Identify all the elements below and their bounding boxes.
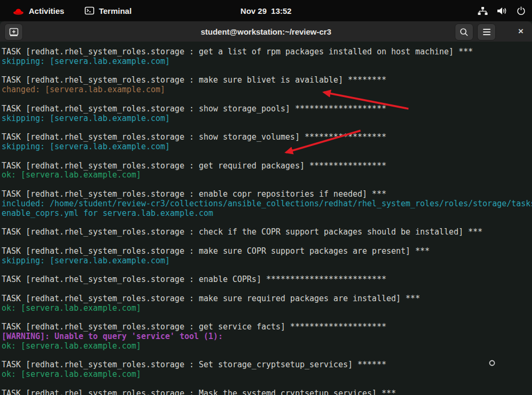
terminal-line: TASK [redhat.rhel_system_roles.storage :… [2, 133, 532, 142]
terminal-line: enable_coprs.yml for servera.lab.example… [2, 209, 532, 219]
terminal-line: skipping: [servera.lab.example.com] [2, 256, 532, 266]
terminal-app-icon [85, 6, 94, 15]
desktop-screen: Activities Terminal Nov 29 13:52 [0, 0, 532, 395]
terminal-line: TASK [redhat.rhel_system_roles.storage :… [2, 190, 532, 199]
terminal-line: included: /home/student/review-cr3/colle… [2, 199, 532, 209]
terminal-line: ok: [servera.lab.example.com] [2, 342, 532, 351]
terminal-line [2, 380, 532, 389]
terminal-line: changed: [servera.lab.example.com] [2, 85, 532, 95]
close-button[interactable]: × [514, 23, 528, 39]
terminal-line: TASK [redhat.rhel_system_roles.storage :… [2, 162, 532, 171]
terminal-line: ok: [servera.lab.example.com] [2, 370, 532, 380]
terminal-screen[interactable]: TASK [redhat.rhel_system_roles.storage :… [0, 42, 532, 395]
menu-icon [483, 29, 490, 35]
terminal-line [2, 265, 532, 275]
terminal-line: TASK [redhat.rhel_system_roles.storage :… [2, 275, 532, 285]
terminal-line: skipping: [servera.lab.example.com] [2, 57, 532, 67]
terminal-line: TASK [redhat.rhel_system_roles.storage :… [2, 323, 532, 332]
activities-button[interactable]: Activities [10, 4, 68, 18]
terminal-line: skipping: [servera.lab.example.com] [2, 142, 532, 152]
terminal-line: ok: [servera.lab.example.com] [2, 304, 532, 313]
terminal-line [2, 285, 532, 294]
new-tab-icon [9, 28, 19, 37]
terminal-line: ok: [servera.lab.example.com] [2, 171, 532, 180]
app-indicator-label: Terminal [99, 6, 132, 15]
terminal-line: [WARNING]: Unable to query 'service' too… [2, 332, 532, 342]
search-icon [460, 28, 469, 37]
terminal-line [2, 313, 532, 323]
terminal-line [2, 67, 532, 76]
terminal-headerbar: student@workstation:~/review-cr3 × [0, 21, 532, 42]
terminal-line [2, 180, 532, 190]
terminal-line [2, 95, 532, 104]
power-icon [517, 6, 526, 15]
terminal-line: TASK [redhat.rhel_system_roles.storage :… [2, 47, 532, 57]
terminal-line [2, 218, 532, 228]
terminal-line: TASK [redhat.rhel_system_roles.storage :… [2, 389, 532, 395]
terminal-line [2, 123, 532, 133]
terminal-line [2, 237, 532, 247]
terminal-line: TASK [redhat.rhel_system_roles.storage :… [2, 247, 532, 256]
terminal-line: TASK [redhat.rhel_system_roles.storage :… [2, 294, 532, 304]
network-icon [478, 6, 488, 15]
volume-icon [497, 6, 508, 15]
terminal-line: TASK [redhat.rhel_system_roles.storage :… [2, 104, 532, 114]
new-tab-button[interactable] [4, 23, 23, 41]
search-button[interactable] [455, 23, 473, 41]
menu-button[interactable] [477, 23, 496, 41]
system-status-area[interactable] [478, 0, 526, 21]
terminal-line [2, 152, 532, 162]
window-title: student@workstation:~/review-cr3 [201, 27, 331, 36]
terminal-line: skipping: [servera.lab.example.com] [2, 114, 532, 124]
activities-label: Activities [29, 6, 64, 15]
red-hat-logo [13, 7, 24, 15]
terminal-line: TASK [redhat.rhel_system_roles.storage :… [2, 76, 532, 85]
terminal-line [2, 351, 532, 361]
gnome-top-bar: Activities Terminal Nov 29 13:52 [0, 0, 532, 21]
terminal-output: TASK [redhat.rhel_system_roles.storage :… [2, 47, 532, 395]
terminal-line: TASK [redhat.rhel_system_roles.storage :… [2, 360, 532, 370]
close-icon: × [518, 26, 523, 37]
clock[interactable]: Nov 29 13:52 [235, 4, 297, 18]
terminal-line: TASK [redhat.rhel_system_roles.storage :… [2, 228, 532, 237]
focused-app-indicator[interactable]: Terminal [81, 4, 135, 18]
